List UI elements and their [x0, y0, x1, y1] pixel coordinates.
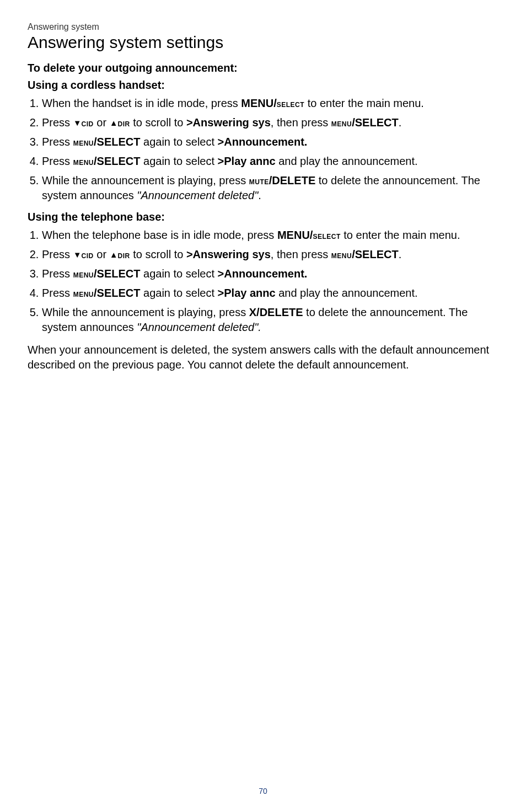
closing-paragraph: When your announcement is deleted, the s…: [28, 343, 498, 372]
text: Press: [42, 116, 73, 129]
text-smallcaps: select: [313, 231, 340, 241]
text-bold: >Play annc: [218, 155, 276, 167]
text: to enter the main menu.: [304, 97, 424, 109]
text: .: [399, 248, 402, 260]
text-italic: "Announcement deleted": [137, 189, 258, 201]
steps-list-cordless: When the handset is in idle mode, press …: [28, 96, 498, 203]
text-smallcaps: cid: [82, 118, 94, 129]
subheading-cordless: Using a cordless handset:: [28, 79, 498, 92]
text: , then press: [271, 248, 331, 260]
text-bold: >Answering sys: [186, 116, 271, 129]
text-bold: /SELECT: [352, 116, 398, 129]
text: to enter the main menu.: [341, 229, 460, 241]
text-bold: >Announcement.: [218, 268, 308, 280]
text-smallcaps: dir: [117, 250, 130, 260]
text: .: [399, 116, 402, 129]
text-bold: /DELETE: [269, 174, 315, 186]
text-smallcaps: select: [277, 99, 304, 109]
text-smallcaps: dir: [117, 118, 130, 129]
text-bold: /SELECT: [94, 155, 140, 167]
text-bold: /SELECT: [94, 287, 140, 299]
text: Press: [42, 155, 73, 167]
text: When the handset is in idle mode, press: [42, 97, 241, 109]
text-bold: >Answering sys: [186, 248, 271, 260]
text-smallcaps: menu: [73, 137, 94, 148]
text: again to select: [140, 155, 217, 167]
text: While the announcement is playing, press: [42, 306, 249, 318]
list-item: Press menu/SELECT again to select >Annou…: [42, 266, 498, 281]
list-item: While the announcement is playing, press…: [42, 173, 498, 203]
text-bold: >Announcement.: [218, 136, 308, 148]
text: When the telephone base is in idle mode,…: [42, 229, 277, 241]
list-item: When the handset is in idle mode, press …: [42, 96, 498, 111]
text-bold: /SELECT: [352, 248, 398, 260]
text-smallcaps: cid: [82, 250, 94, 260]
text: Press: [42, 248, 73, 260]
steps-list-base: When the telephone base is in idle mode,…: [28, 228, 498, 335]
text-italic: "Announcement deleted".: [137, 321, 261, 333]
text: to scroll to: [130, 116, 186, 129]
text-smallcaps: menu: [73, 269, 94, 280]
list-item: Press ▼cid or ▲dir to scroll to >Answeri…: [42, 247, 498, 262]
list-item: Press menu/SELECT again to select >Play …: [42, 154, 498, 169]
triangle-up-icon: ▲: [110, 249, 118, 260]
breadcrumb: Answering system: [28, 22, 498, 32]
heading-delete-announcement: To delete your outgoing announcement:: [28, 62, 498, 74]
list-item: While the announcement is playing, press…: [42, 305, 498, 335]
text-bold: MENU/: [241, 97, 276, 109]
text: again to select: [140, 287, 217, 299]
text: .: [258, 189, 261, 201]
text: again to select: [140, 268, 217, 280]
page-title: Answering system settings: [28, 33, 498, 52]
text-smallcaps: menu: [73, 157, 94, 167]
text: again to select: [140, 136, 217, 148]
triangle-down-icon: ▼: [73, 249, 82, 260]
text: Press: [42, 136, 73, 148]
text-bold: MENU/: [277, 229, 313, 241]
text-smallcaps: menu: [331, 250, 352, 260]
text-bold: /SELECT: [94, 268, 140, 280]
subheading-base: Using the telephone base:: [28, 211, 498, 223]
text: to scroll to: [130, 248, 186, 260]
text-smallcaps: menu: [331, 118, 352, 129]
list-item: Press ▼cid or ▲dir to scroll to >Answeri…: [42, 115, 498, 130]
text: and play the announcement.: [276, 287, 418, 299]
text: Press: [42, 268, 73, 280]
text: or: [94, 248, 110, 260]
page-number: 70: [0, 787, 526, 795]
text-bold: >Play annc: [218, 287, 276, 299]
triangle-up-icon: ▲: [110, 117, 118, 129]
list-item: When the telephone base is in idle mode,…: [42, 228, 498, 243]
list-item: Press menu/SELECT again to select >Annou…: [42, 135, 498, 149]
text: or: [94, 116, 110, 129]
text: While the announcement is playing, press: [42, 174, 249, 186]
text-bold: /SELECT: [94, 136, 140, 148]
text: and play the announcement.: [276, 155, 418, 167]
text-smallcaps: menu: [73, 289, 94, 299]
list-item: Press menu/SELECT again to select >Play …: [42, 286, 498, 301]
text-smallcaps: mute: [249, 176, 269, 186]
triangle-down-icon: ▼: [73, 117, 82, 129]
text: Press: [42, 287, 73, 299]
text: , then press: [271, 116, 331, 129]
text-bold: X/DELETE: [249, 306, 303, 318]
